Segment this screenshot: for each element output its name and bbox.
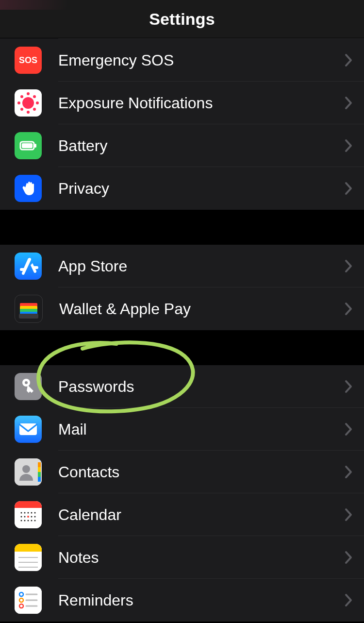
row-label: Privacy: [58, 180, 345, 198]
row-notes[interactable]: Notes: [0, 536, 364, 579]
svg-point-9: [33, 108, 36, 111]
svg-point-32: [31, 512, 33, 514]
svg-point-39: [24, 520, 26, 522]
chevron-right-icon: [345, 259, 352, 273]
svg-point-35: [24, 516, 26, 518]
svg-point-42: [34, 520, 36, 522]
chevron-right-icon: [345, 422, 352, 436]
row-label: Exposure Notifications: [58, 94, 345, 112]
row-wallet-apple-pay[interactable]: Wallet & Apple Pay: [0, 287, 364, 330]
row-label: Passwords: [58, 378, 345, 396]
passwords-icon: [15, 373, 42, 400]
mail-icon: [15, 416, 42, 443]
row-label: Mail: [58, 421, 345, 438]
chevron-right-icon: [345, 551, 352, 564]
settings-group-3: Passwords Mail: [0, 365, 364, 622]
svg-point-29: [21, 512, 22, 514]
svg-point-30: [24, 512, 26, 514]
svg-point-3: [27, 111, 30, 114]
row-calendar[interactable]: Calendar: [0, 493, 364, 536]
chevron-right-icon: [345, 302, 352, 316]
svg-point-36: [31, 516, 33, 518]
row-exposure-notifications[interactable]: Exposure Notifications: [0, 82, 364, 124]
svg-point-7: [33, 95, 36, 98]
svg-rect-45: [15, 544, 42, 552]
svg-point-40: [28, 520, 29, 522]
notes-icon: [15, 544, 42, 571]
svg-rect-25: [38, 472, 41, 477]
svg-point-43: [27, 516, 29, 518]
sos-icon: SOS: [15, 47, 42, 74]
svg-rect-17: [19, 314, 38, 319]
row-app-store[interactable]: App Store: [0, 245, 364, 287]
row-passwords[interactable]: Passwords: [0, 365, 364, 408]
row-privacy[interactable]: Privacy: [0, 167, 364, 210]
chevron-right-icon: [345, 380, 352, 393]
svg-point-2: [27, 92, 30, 95]
chevron-right-icon: [345, 465, 352, 479]
svg-point-22: [22, 465, 30, 473]
svg-rect-28: [15, 501, 42, 508]
privacy-icon: [15, 175, 42, 202]
wallet-icon: [15, 295, 43, 323]
row-battery[interactable]: Battery: [0, 124, 364, 167]
chevron-right-icon: [345, 593, 352, 607]
header: Settings: [0, 0, 364, 38]
svg-point-34: [21, 516, 22, 518]
svg-point-31: [28, 512, 29, 514]
battery-icon: [15, 132, 42, 159]
svg-point-6: [20, 95, 23, 98]
svg-rect-24: [38, 467, 41, 472]
row-contacts[interactable]: Contacts: [0, 451, 364, 493]
svg-text:SOS: SOS: [19, 55, 37, 65]
section-gap: [0, 330, 364, 365]
row-label: Reminders: [58, 591, 345, 609]
svg-rect-23: [38, 462, 41, 467]
settings-group-1: SOS Emergency SOS Exposure Notifications: [0, 38, 364, 210]
row-reminders[interactable]: Reminders: [0, 579, 364, 622]
chevron-right-icon: [345, 182, 352, 195]
section-gap: [0, 210, 364, 245]
svg-point-1: [22, 97, 34, 109]
chevron-right-icon: [345, 508, 352, 522]
row-label: Calendar: [58, 506, 345, 524]
settings-screen: Settings SOS Emergency SOS Exposure Noti…: [0, 0, 364, 623]
contacts-icon: [15, 458, 42, 486]
svg-rect-11: [22, 143, 33, 148]
svg-point-19: [25, 381, 28, 384]
appstore-icon: [15, 253, 42, 280]
calendar-icon: [15, 501, 42, 528]
row-mail[interactable]: Mail: [0, 408, 364, 451]
svg-point-41: [31, 520, 33, 522]
chevron-right-icon: [345, 139, 352, 152]
svg-rect-20: [19, 423, 37, 435]
svg-point-5: [36, 101, 39, 104]
row-emergency-sos[interactable]: SOS Emergency SOS: [0, 39, 364, 82]
row-label: Notes: [58, 549, 345, 567]
svg-rect-26: [38, 477, 41, 482]
row-label: Contacts: [58, 463, 345, 481]
svg-point-37: [34, 516, 36, 518]
row-label: App Store: [58, 257, 345, 275]
svg-point-33: [34, 512, 36, 514]
row-label: Emergency SOS: [58, 51, 345, 69]
reminders-icon: [15, 587, 42, 614]
exposure-icon: [15, 89, 42, 117]
svg-rect-12: [34, 144, 36, 148]
chevron-right-icon: [345, 53, 352, 67]
chevron-right-icon: [345, 96, 352, 110]
settings-group-2: App Store Wallet & Apple Pay: [0, 245, 364, 330]
row-label: Battery: [58, 137, 345, 155]
page-title: Settings: [149, 10, 215, 29]
svg-point-4: [17, 101, 20, 104]
svg-point-8: [20, 108, 23, 111]
row-label: Wallet & Apple Pay: [59, 300, 345, 318]
svg-point-38: [21, 520, 22, 522]
